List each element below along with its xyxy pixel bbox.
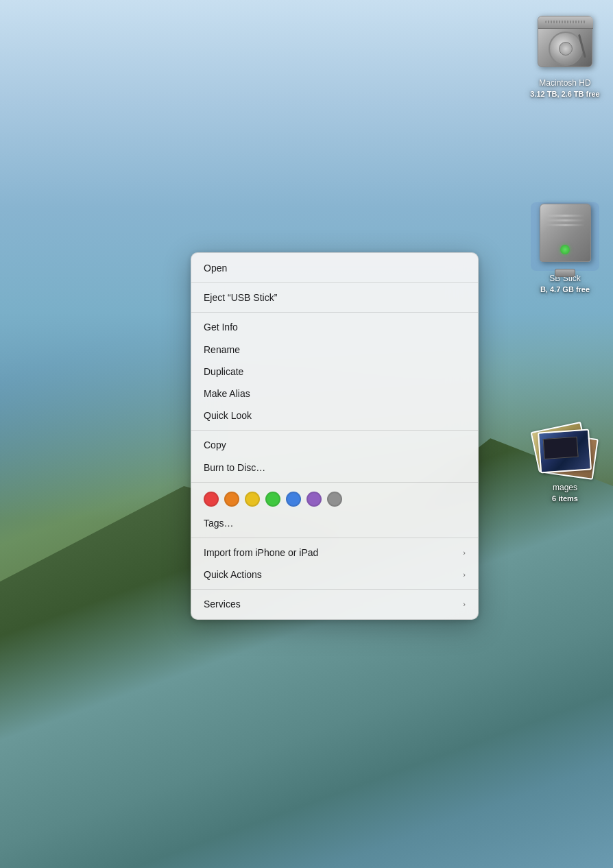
separator-2 [191, 312, 478, 313]
photo-stack-image [531, 425, 599, 480]
usb-stripe-3 [546, 224, 585, 226]
usb-stripe-2 [546, 219, 585, 221]
separator-6 [191, 589, 478, 590]
usb-stick-size: B, 4.7 GB free [540, 285, 590, 294]
tag-dot-yellow[interactable] [245, 492, 260, 507]
menu-item-rename-label: Rename [204, 343, 240, 356]
hd-body [538, 16, 592, 67]
macintosh-hd-image [531, 7, 599, 75]
menu-item-get-info-label: Get Info [204, 321, 238, 333]
menu-item-import-iphone[interactable]: Import from iPhone or iPad › [191, 542, 478, 564]
menu-item-quick-look-label: Quick Look [204, 409, 252, 422]
usb-green-dot [560, 245, 570, 254]
menu-item-copy-label: Copy [204, 439, 226, 451]
menu-item-get-info[interactable]: Get Info [191, 316, 478, 338]
tags-color-dots [191, 486, 478, 512]
photo-card-screen [543, 437, 579, 459]
menu-item-tags-label: Tags… [204, 517, 234, 529]
hd-top [538, 16, 593, 29]
usb-stripe-1 [546, 215, 585, 217]
usb-stick-icon[interactable]: SB Stick B, 4.7 GB free [524, 202, 606, 294]
menu-item-services[interactable]: Services › [191, 593, 478, 615]
menu-item-quick-actions[interactable]: Quick Actions › [191, 564, 478, 586]
tag-dot-green[interactable] [265, 492, 280, 507]
usb-body [540, 204, 591, 262]
menu-item-duplicate[interactable]: Duplicate [191, 361, 478, 383]
context-menu: Open Eject “USB Stick” Get Info Rename D… [191, 252, 479, 620]
images-folder-items: 6 items [552, 494, 578, 503]
menu-item-make-alias-label: Make Alias [204, 387, 250, 400]
menu-item-make-alias[interactable]: Make Alias [191, 383, 478, 405]
photo-card-2 [538, 429, 592, 473]
menu-item-burn-to-disc-label: Burn to Disc… [204, 461, 265, 474]
tag-dot-red[interactable] [204, 492, 219, 507]
tag-dot-orange[interactable] [224, 492, 239, 507]
menu-item-copy[interactable]: Copy [191, 434, 478, 456]
macintosh-hd-icon[interactable]: Macintosh HD 3.12 TB, 2.6 TB free [524, 7, 606, 99]
macintosh-hd-size: 3.12 TB, 2.6 TB free [530, 89, 600, 99]
separator-3 [191, 430, 478, 431]
usb-stick-image-wrap [531, 202, 599, 271]
usb-connector [555, 269, 575, 277]
tag-dot-blue[interactable] [286, 492, 301, 507]
separator-4 [191, 482, 478, 483]
quick-actions-arrow-icon: › [463, 570, 466, 579]
menu-item-duplicate-label: Duplicate [204, 365, 243, 378]
menu-item-quick-actions-label: Quick Actions [204, 568, 262, 581]
desktop: Macintosh HD 3.12 TB, 2.6 TB free SB Sti… [0, 0, 613, 868]
hd-top-stripe [545, 21, 586, 23]
hd-disk [549, 32, 583, 66]
menu-item-eject-label: Eject “USB Stick” [204, 291, 277, 304]
menu-item-eject[interactable]: Eject “USB Stick” [191, 287, 478, 309]
images-folder-name: mages [553, 483, 577, 494]
menu-item-open[interactable]: Open [191, 257, 478, 279]
menu-item-burn-to-disc[interactable]: Burn to Disc… [191, 457, 478, 479]
import-iphone-arrow-icon: › [463, 548, 466, 557]
menu-item-import-iphone-label: Import from iPhone or iPad [204, 546, 318, 559]
menu-item-rename[interactable]: Rename [191, 339, 478, 361]
separator-5 [191, 538, 478, 538]
tag-dot-purple[interactable] [306, 492, 322, 507]
services-arrow-icon: › [463, 599, 466, 609]
hd-disk-inner [559, 42, 573, 56]
tag-dot-gray[interactable] [327, 492, 342, 507]
menu-item-open-label: Open [204, 262, 227, 274]
macintosh-hd-name: Macintosh HD [539, 78, 590, 89]
menu-item-services-label: Services [204, 598, 241, 610]
images-folder-icon[interactable]: mages 6 items [524, 425, 606, 503]
usb-stripes [546, 215, 585, 229]
menu-item-quick-look[interactable]: Quick Look [191, 405, 478, 426]
menu-item-tags[interactable]: Tags… [191, 512, 478, 534]
separator-1 [191, 282, 478, 283]
